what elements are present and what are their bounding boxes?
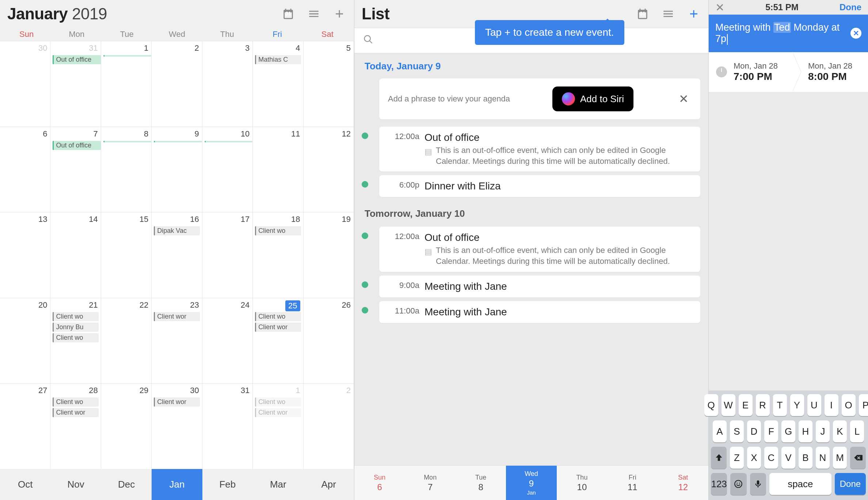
clear-input-button[interactable]: ✕ (850, 28, 861, 39)
calendar-day-cell[interactable]: 7Out of office (50, 127, 101, 212)
calendar-day-cell[interactable]: 6 (0, 127, 50, 212)
keyboard-done-key[interactable]: Done (835, 473, 866, 495)
event-chip[interactable]: Mathias C (255, 55, 301, 64)
week-strip-day[interactable]: Sat12 (658, 466, 708, 500)
letter-key[interactable]: R (756, 394, 770, 416)
event-chip[interactable]: Client wo (255, 226, 301, 235)
calendar-day-cell[interactable]: 8 (101, 127, 152, 212)
event-chip[interactable]: Client wor (154, 397, 199, 407)
event-chip[interactable]: Out of office (53, 55, 100, 64)
calendar-day-cell[interactable]: 31Out of office (50, 41, 101, 127)
event-chip[interactable]: Client wo (53, 333, 98, 342)
emoji-key[interactable] (730, 473, 746, 495)
event-chip[interactable]: Client wo (53, 397, 98, 407)
letter-key[interactable]: Z (730, 447, 744, 469)
letter-key[interactable]: P (859, 394, 868, 416)
week-strip-day[interactable]: Thu10 (557, 466, 607, 500)
calendar-day-cell[interactable]: 3 (202, 41, 253, 127)
event-chip[interactable]: Jonny Bu (53, 323, 98, 332)
letter-key[interactable]: V (781, 447, 795, 469)
calendar-day-cell[interactable]: 2 (304, 383, 354, 469)
add-icon[interactable] (686, 7, 701, 21)
letter-key[interactable]: X (747, 447, 761, 469)
letter-key[interactable]: K (833, 420, 847, 442)
letter-key[interactable]: F (764, 420, 778, 442)
week-strip-day[interactable]: Wed9Jan (506, 466, 556, 500)
calendar-day-cell[interactable]: 23Client wor (152, 298, 202, 384)
agenda-event[interactable]: 9:00aMeeting with Jane (379, 276, 700, 297)
letter-key[interactable]: S (730, 420, 744, 442)
month-strip[interactable]: OctNovDecJanFebMarApr (0, 469, 354, 500)
letter-key[interactable]: M (833, 447, 847, 469)
calendar-day-cell[interactable]: 13 (0, 212, 50, 298)
agenda-event[interactable]: 11:00aMeeting with Jane (379, 301, 700, 323)
calendar-day-cell[interactable]: 15 (101, 212, 152, 298)
letter-key[interactable]: Y (790, 394, 804, 416)
menu-icon[interactable] (307, 7, 321, 21)
calendar-day-cell[interactable]: 26 (304, 298, 354, 384)
letter-key[interactable]: A (713, 420, 727, 442)
calendar-day-cell[interactable]: 21Client woJonny BuClient wo (50, 298, 101, 384)
letter-key[interactable]: L (850, 420, 864, 442)
dismiss-siri-button[interactable]: ✕ (676, 91, 692, 107)
month-strip-item[interactable]: Feb (202, 469, 253, 500)
event-chip[interactable]: Client wo (53, 312, 98, 321)
week-strip-day[interactable]: Tue8 (456, 466, 506, 500)
calendar-day-cell[interactable]: 27 (0, 383, 50, 469)
calendar-day-cell[interactable]: 24 (202, 298, 253, 384)
letter-key[interactable]: C (764, 447, 778, 469)
agenda-event[interactable]: 6:00pDinner with Eliza (379, 175, 700, 197)
calendar-day-cell[interactable]: 29 (101, 383, 152, 469)
calendar-day-cell[interactable]: 5 (304, 41, 354, 127)
start-time-block[interactable]: Mon, Jan 28 7:00 PM (734, 61, 786, 82)
calendar-day-cell[interactable]: 25Client woClient wor (253, 298, 303, 384)
calendar-day-cell[interactable]: 20 (0, 298, 50, 384)
done-button[interactable]: Done (840, 2, 861, 12)
calendar-day-cell[interactable]: 1Client woClient wor (253, 383, 303, 469)
event-title-input[interactable]: Meeting with Ted Monday at 7p ✕ (709, 15, 868, 52)
calendar-day-cell[interactable]: 11 (253, 127, 303, 212)
event-chip[interactable]: Client wor (255, 323, 301, 332)
numbers-key[interactable]: 123 (711, 473, 727, 495)
event-chip[interactable]: Client wor (255, 408, 301, 417)
letter-key[interactable]: Q (704, 394, 718, 416)
calendar-day-cell[interactable]: 30Client wor (152, 383, 202, 469)
month-strip-item[interactable]: Mar (253, 469, 303, 500)
week-strip-day[interactable]: Fri11 (607, 466, 658, 500)
week-strip-day[interactable]: Sun6 (354, 466, 405, 500)
letter-key[interactable]: U (807, 394, 821, 416)
event-chip[interactable] (103, 55, 151, 57)
event-time-card[interactable]: Mon, Jan 28 7:00 PM Mon, Jan 28 8:00 PM (709, 52, 868, 92)
event-chip[interactable] (103, 141, 151, 142)
letter-key[interactable]: B (799, 447, 812, 469)
calendar-day-cell[interactable]: 16Dipak Vac (152, 212, 202, 298)
calendar-day-cell[interactable]: 4Mathias C (253, 41, 303, 127)
calendar-day-cell[interactable]: 9 (152, 127, 202, 212)
letter-key[interactable]: W (722, 394, 735, 416)
letter-key[interactable]: J (816, 420, 830, 442)
mic-key[interactable] (750, 473, 766, 495)
month-strip-item[interactable]: Oct (0, 469, 50, 500)
today-icon[interactable]: 31 (635, 7, 650, 21)
event-chip[interactable]: Client wo (255, 397, 301, 407)
letter-key[interactable]: H (799, 420, 812, 442)
letter-key[interactable]: D (747, 420, 761, 442)
event-chip[interactable]: Client wor (53, 408, 98, 417)
event-chip[interactable]: Client wo (255, 312, 301, 321)
month-strip-item[interactable]: Nov (50, 469, 101, 500)
event-chip[interactable]: Dipak Vac (154, 226, 199, 235)
month-strip-item[interactable]: Apr (304, 469, 354, 500)
event-chip[interactable] (154, 141, 202, 142)
calendar-day-cell[interactable]: 18Client wo (253, 212, 303, 298)
letter-key[interactable]: O (842, 394, 856, 416)
month-strip-item[interactable]: Dec (101, 469, 152, 500)
letter-key[interactable]: G (781, 420, 795, 442)
calendar-day-cell[interactable]: 30 (0, 41, 50, 127)
add-icon[interactable] (332, 7, 347, 21)
shift-key[interactable] (711, 447, 727, 469)
add-to-siri-button[interactable]: Add to Siri (552, 86, 633, 111)
event-chip[interactable]: Out of office (53, 141, 100, 150)
calendar-day-cell[interactable]: 2 (152, 41, 202, 127)
close-icon[interactable]: ✕ (715, 1, 724, 14)
today-icon[interactable]: 31 (281, 7, 296, 21)
